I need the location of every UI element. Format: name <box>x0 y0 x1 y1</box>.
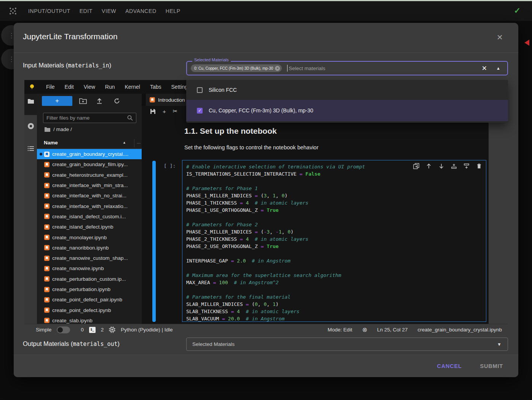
file-row[interactable]: create_heterostructure_exampl... <box>37 170 142 180</box>
cursor-position[interactable]: Ln 25, Col 27 <box>377 327 407 333</box>
topbar-menu-view[interactable]: VIEW <box>102 8 116 14</box>
file-name: create_island_defect.ipynb <box>52 224 113 230</box>
kernel-chip-icon[interactable] <box>109 326 115 333</box>
topbar-menu-edit[interactable]: EDIT <box>80 8 93 14</box>
file-row[interactable]: create_interface_with_min_stra... <box>37 180 142 190</box>
jupyter-menu-view[interactable]: View <box>79 84 100 90</box>
sort-ascending-icon[interactable]: ▲ <box>123 141 126 144</box>
dialog-footer: CANCEL SUBMIT <box>14 355 518 377</box>
folder-icon[interactable] <box>27 98 34 104</box>
file-row[interactable]: create_interface_with_no_strai... <box>37 190 142 201</box>
file-row[interactable]: create_nanowire_custom_shap... <box>37 253 142 263</box>
insert-cell-below-icon[interactable] <box>463 163 470 169</box>
selected-materials-input[interactable]: 0: Cu, Copper, FCC (Fm-3m) 3D (Bulk), mp… <box>186 61 508 75</box>
table-of-contents-icon[interactable] <box>27 146 34 152</box>
selected-cell-indicator[interactable] <box>152 161 156 322</box>
notebook-file-icon <box>44 245 50 250</box>
checkbox-checked[interactable]: ✓ <box>197 108 203 114</box>
cell-toolbar <box>413 163 482 169</box>
file-name: create_interface_with_no_strai... <box>52 193 126 198</box>
material-option-label: Cu, Copper, FCC (Fm-3m) 3D (Bulk), mp-30 <box>209 107 313 114</box>
notebook-file-icon <box>44 152 50 157</box>
file-row[interactable]: create_nanoribbon.ipynb <box>37 243 142 253</box>
kernel-status[interactable]: Python (Pyodide) | Idle <box>121 327 173 333</box>
upload-icon[interactable] <box>96 98 103 104</box>
simple-mode-toggle[interactable] <box>57 326 70 333</box>
app-logo-dots-icon[interactable] <box>8 6 18 16</box>
file-list-header[interactable]: Name ▲ ... <box>37 138 142 149</box>
new-folder-icon[interactable] <box>79 98 87 104</box>
mode-indicator[interactable]: Mode: Edit <box>328 327 352 333</box>
file-row[interactable]: create_island_defect_custom.i... <box>37 211 142 222</box>
output-materials-select[interactable]: Selected Materials ▼ <box>186 338 508 351</box>
file-row[interactable]: create_interface_with_relaxatio... <box>37 201 142 211</box>
clear-selection-icon[interactable]: ✕ <box>482 64 487 72</box>
new-launcher-button[interactable]: + <box>42 96 72 106</box>
lightbulb-icon[interactable] <box>29 84 35 90</box>
add-cell-icon[interactable]: + <box>163 108 166 115</box>
close-icon[interactable]: ✕ <box>497 33 503 42</box>
move-cell-down-icon[interactable] <box>438 163 444 169</box>
breadcrumb[interactable]: / made / <box>45 126 72 132</box>
filter-files-input[interactable]: Filter files by name <box>43 113 136 123</box>
jupyter-menu-edit[interactable]: Edit <box>60 84 79 90</box>
save-icon[interactable] <box>150 109 156 114</box>
insert-cell-above-icon[interactable] <box>451 163 457 169</box>
material-chip[interactable]: 0: Cu, Copper, FCC (Fm-3m) 3D (Bulk), mp… <box>191 64 282 72</box>
file-row[interactable]: create_perturbation_custom.ip... <box>37 274 142 284</box>
topbar-menu-advanced[interactable]: ADVANCED <box>125 8 157 14</box>
notebook-file-icon <box>44 162 50 167</box>
notebook-file-icon <box>44 318 50 323</box>
file-name: create_interface_with_relaxatio... <box>52 203 128 209</box>
duplicate-cell-icon[interactable] <box>413 163 419 169</box>
jupyter-activity-bar <box>24 94 37 324</box>
running-kernels-icon[interactable] <box>27 123 34 130</box>
trust-shield-icon[interactable]: ⊗ <box>362 326 367 333</box>
name-column-header[interactable]: Name <box>44 140 58 146</box>
terminal-icon[interactable]: $_ <box>89 327 96 333</box>
file-row[interactable]: create_slab.ipynb <box>37 315 142 324</box>
notebook-file-icon <box>44 256 50 261</box>
collapse-dropdown-icon[interactable]: ▲ <box>496 66 500 70</box>
file-row[interactable]: create_nanowire.ipynb <box>37 263 142 274</box>
file-row[interactable]: create_grain_boundary_crystal.... <box>37 149 142 159</box>
file-row[interactable]: create_island_defect.ipynb <box>37 222 142 232</box>
tab-introduction[interactable]: Introduction <box>146 94 192 106</box>
markdown-heading: 1.1. Set up the notebook <box>184 126 277 136</box>
checkbox-unchecked[interactable] <box>197 87 203 93</box>
refresh-icon[interactable] <box>113 98 120 104</box>
file-row[interactable]: create_point_defect_pair.ipynb <box>37 294 142 305</box>
cut-cell-icon[interactable]: ✂ <box>173 108 178 115</box>
chip-remove-icon[interactable]: ✕ <box>275 66 280 71</box>
jupyter-menu-file[interactable]: File <box>41 84 60 90</box>
move-cell-up-icon[interactable] <box>426 163 432 169</box>
materials-dropdown-menu: Silicon FCC✓Cu, Copper, FCC (Fm-3m) 3D (… <box>186 80 508 123</box>
notebook-file-icon <box>44 214 50 219</box>
jupyter-menu-tabs[interactable]: Tabs <box>145 84 166 90</box>
topbar-menu-input-output[interactable]: INPUT/OUTPUT <box>28 8 70 14</box>
jupyter-menu-run[interactable]: Run <box>100 84 120 90</box>
material-option[interactable]: Silicon FCC <box>186 80 508 100</box>
notebook-file-icon <box>44 266 50 271</box>
plus-icon: + <box>55 97 59 105</box>
terminal-count: 0 <box>81 327 84 333</box>
right-gutter <box>489 94 508 324</box>
file-row[interactable]: create_point_defect.ipynb <box>37 305 142 315</box>
file-name: create_nanoribbon.ipynb <box>52 245 109 251</box>
file-row[interactable]: create_monolayer.ipynb <box>37 232 142 242</box>
cell-prompt: [ ]: <box>164 163 176 169</box>
select-materials-placeholder[interactable]: Select materials <box>289 66 482 71</box>
delete-cell-icon[interactable] <box>476 163 482 169</box>
code-cell[interactable]: # Enable interactive selection of termin… <box>182 160 486 322</box>
topbar-menu-help[interactable]: HELP <box>166 8 181 14</box>
file-row[interactable]: create_perturbation.ipynb <box>37 284 142 294</box>
jupyter-statusbar: Simple 0 $_ 2 Python (Pyodide) | Idle Mo… <box>24 324 508 335</box>
file-row[interactable]: create_grain_boundary_film.ipy... <box>37 159 142 170</box>
check-icon[interactable]: ✓ <box>514 6 521 15</box>
jupyter-menu-kernel[interactable]: Kernel <box>120 84 145 90</box>
code-lines[interactable]: # Enable interactive selection of termin… <box>182 160 486 322</box>
cancel-button[interactable]: CANCEL <box>437 363 462 369</box>
activity-tab-files[interactable] <box>24 94 37 115</box>
material-option[interactable]: ✓Cu, Copper, FCC (Fm-3m) 3D (Bulk), mp-3… <box>186 100 508 121</box>
submit-button[interactable]: SUBMIT <box>480 363 503 369</box>
